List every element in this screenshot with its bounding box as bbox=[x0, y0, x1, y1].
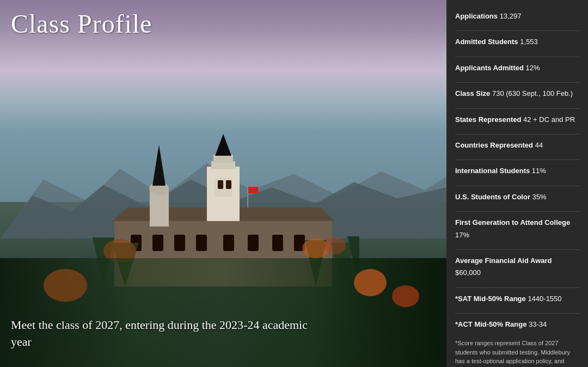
stat-divider bbox=[455, 82, 579, 83]
stat-label-sat-range: *SAT Mid-50% Range bbox=[455, 295, 528, 303]
svg-rect-5 bbox=[152, 235, 163, 251]
svg-rect-20 bbox=[226, 180, 231, 189]
stat-divider bbox=[455, 313, 579, 314]
hero-subtitle-overlay: Meet the class of 2027, entering during … bbox=[11, 317, 316, 351]
page-title: Class Profile bbox=[11, 10, 152, 39]
stats-panel: Applications 13,297Admitted Students 1,5… bbox=[446, 0, 588, 367]
stat-value-applicants-admitted: 12% bbox=[526, 64, 540, 72]
svg-rect-8 bbox=[223, 235, 234, 251]
stat-item-sat-range: *SAT Mid-50% Range 1440-1550 bbox=[455, 292, 579, 304]
page-title-overlay: Class Profile bbox=[11, 10, 152, 39]
stat-item-class-size: Class Size 730 (630 Sept., 100 Feb.) bbox=[455, 87, 579, 99]
stat-divider bbox=[455, 57, 579, 57]
stat-divider bbox=[455, 30, 579, 31]
autumn-tree-right bbox=[354, 269, 387, 296]
svg-rect-17 bbox=[213, 155, 233, 163]
stat-item-states-represented: States Represented 42 + DC and PR bbox=[455, 113, 579, 125]
hero-subtitle: Meet the class of 2027, entering during … bbox=[11, 317, 316, 351]
svg-marker-21 bbox=[215, 134, 231, 156]
svg-rect-6 bbox=[174, 235, 185, 251]
autumn-tree-left bbox=[44, 269, 87, 302]
stat-label-states-represented: States Represented bbox=[455, 115, 523, 124]
stat-item-financial-aid: Average Financial Aid Award $60,000 bbox=[455, 254, 579, 279]
stat-divider bbox=[455, 134, 579, 134]
hero-image-panel: Class Profile Meet the class of 2027, en… bbox=[0, 0, 446, 367]
stat-divider bbox=[455, 160, 579, 160]
stat-value-international-students: 11% bbox=[532, 167, 546, 175]
stat-divider bbox=[455, 288, 579, 288]
stat-item-applicants-admitted: Applicants Admitted 12% bbox=[455, 62, 579, 74]
stat-label-financial-aid: Average Financial Aid Award bbox=[455, 256, 552, 265]
stats-list: Applications 13,297Admitted Students 1,5… bbox=[455, 10, 579, 330]
stat-label-admitted-students: Admitted Students bbox=[455, 38, 520, 46]
stat-label-first-generation: First Generation to Attend College bbox=[455, 218, 570, 227]
svg-rect-9 bbox=[248, 235, 259, 251]
stat-label-international-students: International Students bbox=[455, 167, 532, 175]
stat-divider bbox=[455, 186, 579, 186]
stat-value-act-range: 33-34 bbox=[529, 320, 547, 328]
stat-value-admitted-students: 1,553 bbox=[520, 38, 538, 46]
stat-item-international-students: International Students 11% bbox=[455, 164, 579, 176]
stat-value-states-represented: 42 + DC and PR bbox=[523, 115, 575, 124]
svg-rect-19 bbox=[218, 180, 223, 189]
stat-value-first-generation: 17% bbox=[455, 231, 469, 239]
stat-label-class-size: Class Size bbox=[455, 89, 492, 97]
stat-label-countries-represented: Countries Represented bbox=[455, 141, 535, 149]
svg-rect-7 bbox=[196, 235, 207, 251]
stat-value-sat-range: 1440-1550 bbox=[528, 295, 561, 303]
svg-marker-14 bbox=[152, 145, 166, 186]
svg-point-31 bbox=[324, 237, 346, 254]
svg-rect-10 bbox=[272, 235, 283, 251]
stat-label-us-students-color: U.S. Students of Color bbox=[455, 193, 532, 201]
footnote-text: *Score ranges represent Class of 2027 st… bbox=[455, 339, 579, 367]
autumn-tree-right2 bbox=[392, 285, 419, 307]
stat-label-applicants-admitted: Applicants Admitted bbox=[455, 64, 526, 72]
stat-value-us-students-color: 35% bbox=[532, 193, 547, 201]
stat-value-applications: 13,297 bbox=[500, 12, 522, 20]
stat-divider bbox=[455, 108, 579, 109]
stat-divider bbox=[455, 211, 579, 212]
stat-divider bbox=[455, 249, 579, 250]
stat-item-admitted-students: Admitted Students 1,553 bbox=[455, 35, 579, 47]
stat-value-financial-aid: $60,000 bbox=[455, 268, 481, 277]
stat-value-countries-represented: 44 bbox=[535, 141, 543, 149]
stat-item-us-students-color: U.S. Students of Color 35% bbox=[455, 191, 579, 203]
stat-label-act-range: *ACT Mid-50% Range bbox=[455, 320, 529, 328]
stat-label-applications: Applications bbox=[455, 12, 500, 20]
stat-value-class-size: 730 (630 Sept., 100 Feb.) bbox=[492, 89, 573, 97]
stat-item-applications: Applications 13,297 bbox=[455, 10, 579, 22]
stat-item-countries-represented: Countries Represented 44 bbox=[455, 139, 579, 151]
stat-item-first-generation: First Generation to Attend College 17% bbox=[455, 216, 579, 241]
stat-item-act-range: *ACT Mid-50% Range 33-34 bbox=[455, 318, 579, 330]
svg-rect-23 bbox=[248, 187, 258, 193]
